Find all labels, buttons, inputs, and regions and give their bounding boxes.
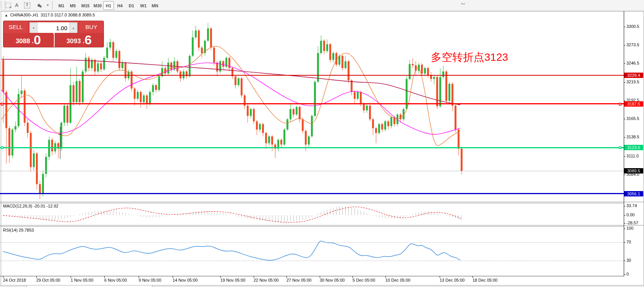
buy-button[interactable]: BUY — [79, 21, 104, 34]
timeframe-button-m5[interactable]: M5 — [67, 1, 78, 10]
price-axis-label: 3273.5 — [626, 42, 639, 47]
price-axis-tick — [624, 137, 625, 138]
chart-tab[interactable] — [27, 285, 152, 287]
time-axis-tick — [320, 276, 320, 278]
timeframe-button-m15[interactable]: M15 — [79, 1, 92, 10]
time-axis-tick — [440, 276, 440, 278]
price-axis-label: 3246.5 — [626, 61, 639, 65]
pane-separator[interactable] — [0, 225, 644, 225]
chart-title: ▲CHINA300-,H1 3117.0 3117.0 3088.8 3089.… — [5, 13, 95, 17]
text-a-icon[interactable]: A — [14, 2, 20, 9]
time-axis-label: 1 Nov 05:00 — [71, 278, 93, 282]
time-axis-tick — [472, 276, 473, 278]
time-axis-tick — [385, 276, 386, 278]
time-axis-label: 29 Oct 05:00 — [36, 278, 60, 282]
rsi-scale-tick — [624, 242, 625, 243]
ohlc-values: 3117.0 3117.0 3088.8 3089.5 — [40, 13, 95, 17]
volume-input[interactable] — [37, 23, 70, 33]
level-line-3056.1[interactable] — [0, 193, 624, 194]
rsi-scale-tick — [624, 261, 625, 261]
pane-separator — [0, 203, 624, 203]
time-axis-label: 22 Nov 05:00 — [254, 278, 278, 282]
timeframe-button-h4[interactable]: H4 — [115, 1, 125, 10]
timeframe-button-h1[interactable]: H1 — [103, 1, 114, 10]
toolbar: F A T ◆◆ ▾ M1M5M15M30H1H4D1W1MN — [0, 0, 644, 11]
price-axis-tick — [624, 63, 625, 64]
mt4-window: F A T ◆◆ ▾ M1M5M15M30H1H4D1W1MN ▲CHINA30… — [0, 0, 644, 287]
price-axis-tick — [624, 119, 625, 119]
price-axis-tick — [624, 175, 625, 175]
level-price-badge: 3056.1 — [624, 191, 643, 196]
price-axis-tick — [624, 27, 625, 27]
time-axis-label: 19 Nov 05:00 — [220, 278, 245, 282]
price-axis-label: 3138.5 — [626, 135, 639, 139]
rsi-scale-label: 70 — [626, 240, 631, 244]
timeframe-button-m1[interactable]: M1 — [56, 1, 67, 10]
level-line-3229.4[interactable] — [0, 75, 624, 76]
sell-price-display[interactable]: 3088 .0 — [3, 33, 53, 47]
timeframe-button-w1[interactable]: W1 — [138, 1, 149, 10]
level-line-3123.5[interactable] — [0, 147, 624, 148]
toolbar-overflow-icon[interactable] — [460, 1, 466, 8]
line-anchor-marker[interactable] — [619, 146, 621, 149]
macd-indicator-label: MACD(12,26,9) -20.01 -12.92 — [3, 204, 58, 208]
time-axis-label: 5 Dec 05:00 — [353, 278, 375, 282]
rsi-scale-tick — [624, 229, 625, 229]
level-line-3187.5[interactable] — [0, 103, 624, 104]
time-axis-tick — [36, 276, 37, 278]
price-axis-line[interactable] — [624, 11, 624, 276]
line-anchor-marker[interactable] — [619, 103, 621, 105]
bid-price-line — [0, 171, 624, 171]
sell-price-big-digit: 0 — [34, 33, 41, 46]
objects-icon[interactable]: ◆◆ — [36, 2, 44, 9]
time-axis-tick — [254, 276, 254, 278]
volume-decrease-button[interactable]: ▾ — [30, 23, 37, 33]
expand-triangle-icon[interactable]: ▲ — [5, 13, 8, 17]
time-axis-tick — [139, 276, 139, 278]
volume-increase-button[interactable]: ▴ — [70, 23, 77, 33]
level-price-badge: 3187.5 — [624, 101, 643, 107]
sell-price-small-digits: 3088 . — [16, 36, 34, 46]
macd-scale-label: 0.00 — [626, 212, 634, 217]
time-axis-label: 14 Nov 05:00 — [173, 278, 197, 282]
buy-price-display[interactable]: 3093 .6 — [54, 33, 104, 47]
price-axis-tick — [624, 82, 625, 83]
time-axis-label: 10 Dec 05:00 — [385, 278, 410, 282]
level-price-badge: 3123.5 — [624, 145, 643, 150]
rsi-scale-label: 100 — [626, 226, 633, 230]
time-axis-label: 18 Dec 05:00 — [472, 278, 497, 282]
rsi-scale-label: 30 — [626, 258, 631, 263]
chart-text-annotation[interactable]: 多空转折点3123 — [431, 50, 508, 65]
rsi-guide-line — [0, 261, 624, 261]
crosshair-marker — [60, 127, 60, 159]
macd-scale-tick — [624, 223, 625, 224]
pane-separator[interactable] — [0, 202, 644, 202]
line-anchor-marker[interactable] — [1, 146, 3, 149]
time-axis-tick — [104, 276, 105, 278]
timeframe-button-mn[interactable]: MN — [149, 1, 161, 10]
indicator-grid-f-icon[interactable]: F — [5, 2, 12, 9]
rsi-indicator-label: RSI(14) 29.7853 — [3, 228, 34, 232]
text-label-icon[interactable]: T — [24, 2, 31, 9]
time-axis-tick — [220, 276, 221, 278]
time-axis-label: 9 Nov 05:00 — [139, 278, 161, 282]
time-axis-label: 30 Nov 05:00 — [320, 278, 345, 282]
bid-price-badge: 3089.5 — [624, 168, 643, 173]
line-anchor-marker[interactable] — [1, 103, 3, 105]
price-axis-tick — [624, 101, 625, 101]
time-axis-label: 13 Dec 05:00 — [440, 278, 464, 282]
objects-dropdown-arrow[interactable]: ▾ — [46, 2, 50, 9]
one-click-trading-panel: SELL ▾ ▴ BUY 3088 .0 3093 .6 — [3, 21, 104, 47]
bottom-tab-bar — [0, 285, 644, 287]
price-axis-label: 3219.5 — [626, 79, 639, 84]
time-axis-tick — [3, 276, 3, 278]
price-axis-label: 3111.0 — [626, 154, 639, 158]
rsi-scale-label: 0 — [626, 272, 629, 276]
rsi-scale-tick — [624, 274, 625, 275]
time-axis-label: 27 Nov 05:00 — [286, 278, 311, 282]
level-price-badge: 3229.4 — [624, 73, 643, 78]
timeframe-button-m30[interactable]: M30 — [91, 1, 104, 10]
sell-button[interactable]: SELL — [3, 21, 28, 34]
timeframe-button-d1[interactable]: D1 — [126, 1, 137, 10]
buy-price-big-digit: 6 — [84, 33, 92, 46]
